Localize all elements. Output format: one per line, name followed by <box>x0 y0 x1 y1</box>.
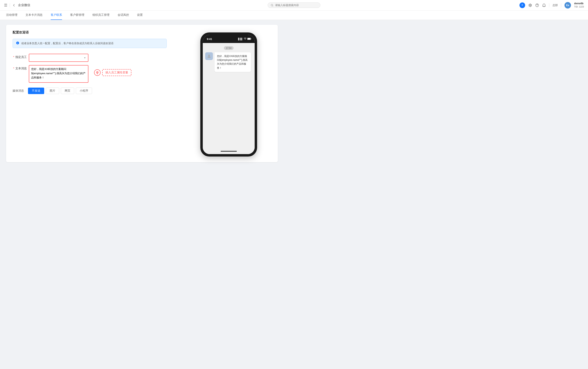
employee-label: * 指定员工 <box>13 54 27 59</box>
region-label: 总部 <box>553 3 558 7</box>
form-area: * 指定员工 ▼ <box>13 54 186 83</box>
employee-label-text: 指定员工 <box>15 55 27 59</box>
phone-status-bar: 9:41 ▌▌▌ <box>203 35 255 43</box>
insert-circle-icon <box>94 69 101 76</box>
search-area <box>268 2 320 8</box>
avatar-icon <box>207 54 211 58</box>
svg-point-8 <box>208 55 210 56</box>
chat-bubble: 您好，我是XX科技的方案顾问${employee.name!""},很高兴为您介… <box>214 52 251 72</box>
chat-avatar <box>205 52 213 60</box>
separator-3 <box>561 3 561 7</box>
svg-rect-7 <box>248 38 250 40</box>
separator-2 <box>549 3 549 7</box>
nav-item-org-employee[interactable]: 组织员工管理 <box>92 10 110 20</box>
signal-icon: ▌▌▌ <box>238 38 243 40</box>
user-avatar[interactable]: Ea <box>565 2 571 9</box>
employee-select[interactable] <box>29 54 88 62</box>
phone-mockup-area: 9:41 ▌▌▌ <box>186 31 271 156</box>
form-fields: * 指定员工 ▼ <box>13 54 88 83</box>
message-label: * 文本消息 <box>13 65 27 70</box>
media-tab-no-send[interactable]: 不发送 <box>28 88 44 94</box>
back-icon[interactable] <box>12 4 16 7</box>
insert-variable-btn[interactable]: 插入员工属性变量 <box>94 69 132 76</box>
message-input-wrapper: 您好，我是XX科技的方案顾问${employee.name!""},很高兴为您介… <box>29 65 88 83</box>
required-star-employee: * <box>13 55 14 59</box>
insert-variable-label: 插入员工属性变量 <box>102 69 132 76</box>
page-layout: 配置欢迎语 或者业务负责人统一配置，配置后，客户将在添加成员为联系人后收到该欢迎… <box>13 31 271 156</box>
media-tab-miniprogram[interactable]: 小程序 <box>76 88 92 94</box>
required-star-message: * <box>13 67 14 70</box>
employee-select-wrapper: ▼ <box>29 54 88 62</box>
nav-item-settings[interactable]: 设置 <box>137 10 143 20</box>
media-tab-webpage[interactable]: 网页 <box>61 88 74 94</box>
avatar-initials: Ea <box>566 4 569 7</box>
phone-time: 9:41 <box>207 38 212 41</box>
phone-home-bar <box>203 148 255 154</box>
section-title: 配置欢迎语 <box>13 31 186 35</box>
secondary-nav: 活动管理 文本卡片消息 客户联系 客户群管理 组织员工管理 会话风控 设置 <box>0 10 588 20</box>
app-title: 企业微信 <box>18 3 30 7</box>
message-row: * 文本消息 您好，我是XX科技的方案顾问${employee.name!""}… <box>13 65 88 83</box>
message-textarea[interactable]: 您好，我是XX科技的方案顾问${employee.name!""},很高兴为您介… <box>29 65 88 82</box>
nav-item-card-message[interactable]: 文本卡片消息 <box>26 10 43 20</box>
media-tab-image[interactable]: 图片 <box>46 88 59 94</box>
section-card: 配置欢迎语 或者业务负责人统一配置，配置后，客户将在添加成员为联系人后收到该欢迎… <box>6 25 278 162</box>
phone-inner: 9:41 ▌▌▌ <box>203 35 255 154</box>
notification-icon[interactable] <box>542 3 546 7</box>
chat-timestamp: 17:50 <box>205 46 252 50</box>
nav-item-customer-contact[interactable]: 客户联系 <box>51 10 62 20</box>
chat-message-text: 您好，我是XX科技的方案顾问${employee.name!""},很高兴为您介… <box>217 55 248 69</box>
message-label-text: 文本消息 <box>15 67 27 70</box>
time-badge: 17:50 <box>224 46 233 50</box>
add-button[interactable]: + <box>519 2 525 8</box>
left-content: 配置欢迎语 或者业务负责人统一配置，配置后，客户将在添加成员为联系人后收到该欢迎… <box>13 31 186 156</box>
separator-1 <box>10 3 10 7</box>
phone-chat-area: 17:50 您好，我是XX科技的方案顾问${employee.name!""},… <box>203 43 255 148</box>
user-info: demo6b TID: 1223 <box>574 2 584 8</box>
chat-message-row: 您好，我是XX科技的方案顾问${employee.name!""},很高兴为您介… <box>205 52 252 72</box>
help-icon[interactable] <box>535 3 539 7</box>
media-row: 媒体消息 不发送 图片 网页 小程序 <box>13 88 186 94</box>
phone-outer: 9:41 ▌▌▌ <box>200 32 257 156</box>
main-content: 配置欢迎语 或者业务负责人统一配置，配置后，客户将在添加成员为联系人后收到该欢迎… <box>0 20 284 167</box>
search-input[interactable] <box>275 4 316 7</box>
status-icons: ▌▌▌ <box>238 38 251 40</box>
top-bar-left: ☰ 企业微信 <box>4 3 30 8</box>
info-icon <box>16 41 19 45</box>
nav-item-risk-control[interactable]: 会话风控 <box>118 10 129 20</box>
svg-point-4 <box>17 42 18 42</box>
employee-row: * 指定员工 ▼ <box>13 54 88 62</box>
employee-input-wrapper: ▼ <box>29 54 88 62</box>
search-box <box>268 2 320 8</box>
user-name: demo6b <box>574 2 584 5</box>
settings-icon[interactable] <box>528 3 532 7</box>
plus-icon: + <box>521 3 523 7</box>
top-bar-right: + 总部 Ea demo6b TID: 1223 <box>519 2 584 8</box>
nav-item-activity[interactable]: 活动管理 <box>6 10 17 20</box>
nav-item-customer-group[interactable]: 客户群管理 <box>70 10 84 20</box>
search-icon <box>271 4 274 7</box>
textarea-wrapper: 您好，我是XX科技的方案顾问${employee.name!""},很高兴为您介… <box>29 65 88 82</box>
media-label: 媒体消息 <box>13 89 25 93</box>
info-banner: 或者业务负责人统一配置，配置后，客户将在添加成员为联系人后收到该欢迎语 <box>13 39 167 48</box>
home-bar-line <box>221 151 237 152</box>
wifi-icon <box>244 38 247 40</box>
battery-icon <box>247 38 251 40</box>
top-nav-bar: ☰ 企业微信 + 总部 Ea demo6b <box>0 0 588 10</box>
hamburger-icon[interactable]: ☰ <box>4 3 7 8</box>
user-tid: TID: 1223 <box>574 5 584 8</box>
info-text: 或者业务负责人统一配置，配置后，客户将在添加成员为联系人后收到该欢迎语 <box>21 41 113 45</box>
media-tabs: 不发送 图片 网页 小程序 <box>28 88 92 94</box>
